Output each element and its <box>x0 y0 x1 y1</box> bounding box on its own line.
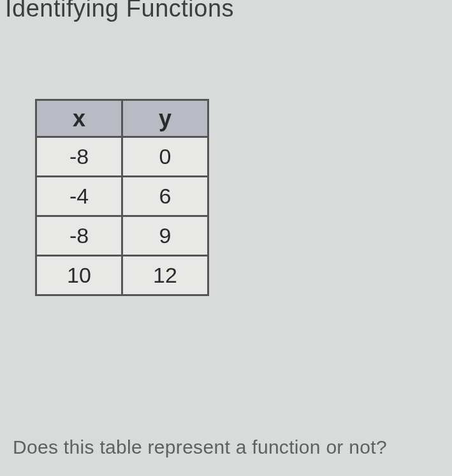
table-row: -8 9 <box>36 216 208 256</box>
data-table-wrapper: x y -8 0 -4 6 -8 9 10 12 <box>35 99 452 296</box>
cell-x: -4 <box>36 177 122 216</box>
cell-y: 0 <box>122 137 208 177</box>
cell-y: 12 <box>122 256 208 295</box>
cell-x: -8 <box>36 216 122 256</box>
cell-x: 10 <box>36 256 122 295</box>
table-header-row: x y <box>36 100 208 137</box>
table-row: 10 12 <box>36 256 208 295</box>
column-header-x: x <box>36 100 122 137</box>
table-row: -8 0 <box>36 137 208 177</box>
page-title: Identifying Functions <box>0 0 452 22</box>
cell-y: 9 <box>122 216 208 256</box>
data-table: x y -8 0 -4 6 -8 9 10 12 <box>35 99 209 296</box>
table-row: -4 6 <box>36 177 208 216</box>
cell-x: -8 <box>36 137 122 177</box>
question-text: Does this table represent a function or … <box>13 436 387 458</box>
cell-y: 6 <box>122 177 208 216</box>
column-header-y: y <box>122 100 208 137</box>
